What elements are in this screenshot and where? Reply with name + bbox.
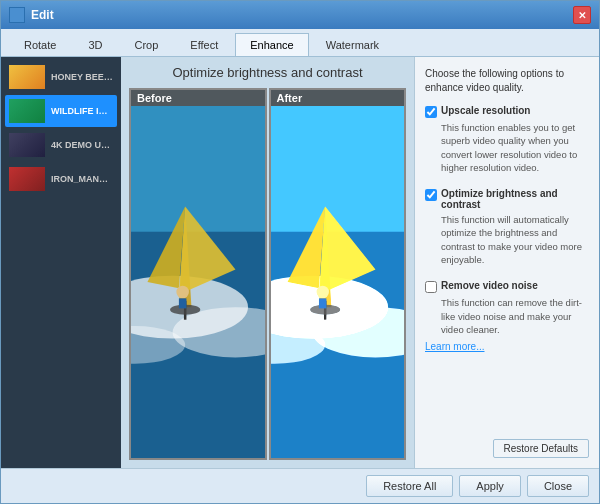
tab-watermark[interactable]: Watermark [311,33,394,56]
sidebar-item-4k-demo[interactable]: 4K DEMO ULT... [5,129,117,161]
noise-label: Remove video noise [441,280,538,291]
close-window-button[interactable]: ✕ [573,6,591,24]
brightness-desc: This function will automatically optimiz… [441,213,589,266]
sidebar: HONEY BEES ... WILDLIFE IN 4... 4K DEMO … [1,57,121,468]
preview-container: Before [129,88,406,460]
apply-button[interactable]: Apply [459,475,521,497]
titlebar: Edit ✕ [1,1,599,29]
upscale-desc: This function enables you to get superb … [441,121,589,174]
brightness-checkbox[interactable] [425,189,437,201]
noise-checkbox[interactable] [425,281,437,293]
svg-rect-1 [131,106,265,232]
sidebar-item-honey-bees[interactable]: HONEY BEES ... [5,61,117,93]
sidebar-label-iron-man: IRON_MAN_3... [51,174,113,184]
sidebar-label-4k: 4K DEMO ULT... [51,140,113,150]
option-upscale-row: Upscale resolution [425,105,589,118]
preview-area: Optimize brightness and contrast Before [121,57,414,468]
tab-rotate[interactable]: Rotate [9,33,71,56]
upscale-checkbox[interactable] [425,106,437,118]
sidebar-thumb-wildlife [9,99,45,123]
svg-point-10 [176,286,189,299]
option-brightness-row: Optimize brightness and contrast [425,188,589,210]
sidebar-item-iron-man[interactable]: IRON_MAN_3... [5,163,117,195]
window-title: Edit [31,8,573,22]
upscale-label: Upscale resolution [441,105,530,116]
after-label: After [271,90,405,106]
before-preview: Before [129,88,267,460]
before-label: Before [131,90,265,106]
tab-bar: Rotate 3D Crop Effect Enhance Watermark [1,29,599,57]
right-panel: Choose the following options to enhance … [414,57,599,468]
svg-point-22 [316,286,329,299]
edit-window: Edit ✕ Rotate 3D Crop Effect Enhance Wat… [0,0,600,504]
after-image [271,106,405,458]
sidebar-thumb-iron [9,167,45,191]
sidebar-label-honey-bees: HONEY BEES ... [51,72,113,82]
restore-all-button[interactable]: Restore All [366,475,453,497]
preview-title: Optimize brightness and contrast [129,65,406,80]
main-content: HONEY BEES ... WILDLIFE IN 4... 4K DEMO … [1,57,599,468]
svg-rect-11 [179,298,187,308]
sidebar-item-wildlife[interactable]: WILDLIFE IN 4... [5,95,117,127]
noise-desc: This function can remove the dirt-like v… [441,296,589,336]
sidebar-thumb-4k [9,133,45,157]
brightness-label: Optimize brightness and contrast [441,188,589,210]
option-noise: Remove video noise This function can rem… [425,280,589,352]
app-icon [9,7,25,23]
svg-rect-13 [271,106,405,232]
option-noise-row: Remove video noise [425,280,589,293]
option-brightness: Optimize brightness and contrast This fu… [425,188,589,270]
tab-effect[interactable]: Effect [175,33,233,56]
option-upscale: Upscale resolution This function enables… [425,105,589,178]
tab-crop[interactable]: Crop [119,33,173,56]
before-image [131,106,265,458]
sidebar-thumb-honey [9,65,45,89]
tab-enhance[interactable]: Enhance [235,33,308,56]
learn-more-link[interactable]: Learn more... [425,341,484,352]
panel-intro: Choose the following options to enhance … [425,67,589,95]
svg-rect-23 [318,298,326,308]
bottom-bar: Restore All Apply Close [1,468,599,503]
restore-defaults-button[interactable]: Restore Defaults [493,439,589,458]
tab-3d[interactable]: 3D [73,33,117,56]
close-button[interactable]: Close [527,475,589,497]
sidebar-label-wildlife: WILDLIFE IN 4... [51,106,113,116]
after-preview: After [269,88,407,460]
